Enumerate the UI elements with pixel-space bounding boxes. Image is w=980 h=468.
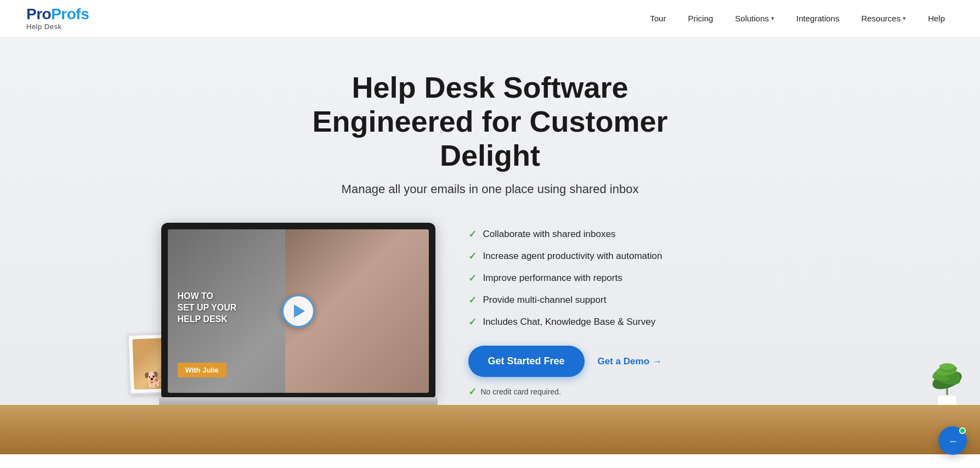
laptop: HOW TO SET UP YOUR HELP DESK With Julie — [161, 223, 435, 410]
feature-label-3: Improve performance with reports — [483, 273, 622, 284]
feature-item-2: ✓ Increase agent productivity with autom… — [468, 250, 819, 262]
hero-content: 🐕 HOW TO SET UP YOUR HELP DESK With Juli… — [161, 223, 819, 410]
hero-section: Help Desk Software Engineered for Custom… — [0, 37, 980, 454]
hero-subheading: Manage all your emails in one place usin… — [342, 182, 639, 196]
chat-dots-icon: ··· — [950, 435, 956, 447]
nav-item-pricing[interactable]: Pricing — [679, 9, 722, 27]
feature-label-5: Includes Chat, Knowledge Base & Survey — [483, 317, 656, 328]
solutions-chevron-icon: ▾ — [771, 15, 774, 22]
feature-label-1: Collaborate with shared inboxes — [483, 229, 616, 240]
hero-heading: Help Desk Software Engineered for Custom… — [271, 70, 710, 172]
logo-profs: Profs — [51, 5, 89, 22]
resources-chevron-icon: ▾ — [903, 15, 906, 22]
get-demo-label: Get a Demo — [598, 356, 649, 367]
logo-pro: Pro — [26, 5, 51, 22]
get-started-button[interactable]: Get Started Free — [468, 346, 585, 377]
laptop-screen: HOW TO SET UP YOUR HELP DESK With Julie — [161, 223, 435, 397]
cta-row: Get Started Free Get a Demo → — [468, 346, 819, 377]
chat-widget-button[interactable]: ··· — [938, 426, 967, 454]
check-icon-5: ✓ — [468, 316, 477, 328]
feature-label-4: Provide multi-channel support — [483, 295, 607, 306]
logo-subtitle: Help Desk — [26, 23, 61, 30]
play-icon — [294, 305, 305, 318]
header: ProProfs Help Desk Tour Pricing Solution… — [0, 0, 980, 37]
feature-item-1: ✓ Collaborate with shared inboxes — [468, 228, 819, 240]
video-title: HOW TO SET UP YOUR HELP DESK — [178, 291, 237, 325]
svg-point-8 — [939, 363, 955, 370]
chat-online-indicator — [959, 427, 966, 434]
laptop-area: 🐕 HOW TO SET UP YOUR HELP DESK With Juli… — [161, 223, 435, 410]
nav-item-resources[interactable]: Resources ▾ — [852, 9, 915, 27]
check-icon-1: ✓ — [468, 228, 477, 240]
feature-item-3: ✓ Improve performance with reports — [468, 272, 819, 284]
video-player[interactable]: HOW TO SET UP YOUR HELP DESK With Julie — [168, 229, 429, 393]
feature-item-4: ✓ Provide multi-channel support — [468, 294, 819, 306]
demo-arrow-icon: → — [653, 356, 662, 367]
logo-text: ProProfs — [26, 7, 89, 22]
feature-item-5: ✓ Includes Chat, Knowledge Base & Survey — [468, 316, 819, 328]
check-icon-2: ✓ — [468, 250, 477, 262]
check-icon-3: ✓ — [468, 272, 477, 284]
main-nav: Tour Pricing Solutions ▾ Integrations Re… — [641, 9, 954, 27]
feature-label-2: Increase agent productivity with automat… — [483, 251, 662, 262]
desk-surface — [0, 405, 980, 454]
no-cc-text: No credit card required. — [481, 387, 561, 396]
nav-item-tour[interactable]: Tour — [641, 9, 675, 27]
dog-emoji: 🐕 — [143, 370, 163, 389]
check-icon-4: ✓ — [468, 294, 477, 306]
video-with-label: With Julie — [178, 363, 226, 377]
play-button[interactable] — [282, 295, 315, 328]
features-list: ✓ Collaborate with shared inboxes ✓ Incr… — [468, 228, 819, 328]
features-area: ✓ Collaborate with shared inboxes ✓ Incr… — [468, 223, 819, 398]
nav-item-help[interactable]: Help — [919, 9, 954, 27]
nav-item-solutions[interactable]: Solutions ▾ — [726, 9, 783, 27]
get-demo-link[interactable]: Get a Demo → — [598, 356, 662, 367]
no-cc-notice: ✓ No credit card required. — [468, 386, 819, 398]
nav-item-integrations[interactable]: Integrations — [788, 9, 848, 27]
check-icon-nocc: ✓ — [468, 386, 477, 398]
logo[interactable]: ProProfs Help Desk — [26, 7, 89, 30]
